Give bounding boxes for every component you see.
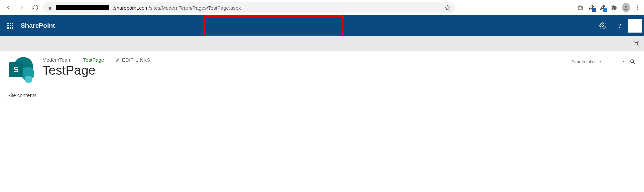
annotation-highlight-box bbox=[204, 15, 343, 36]
svg-rect-5 bbox=[10, 23, 11, 24]
site-logo[interactable]: S bbox=[7, 57, 34, 81]
back-button[interactable] bbox=[3, 2, 14, 13]
search-input[interactable] bbox=[571, 59, 615, 64]
leftnav-item-site-contents[interactable]: Site contents bbox=[7, 92, 644, 98]
url-display: .sharepoint.com/sites/ModernTeam/Pages/T… bbox=[113, 5, 241, 11]
search-area bbox=[569, 57, 637, 66]
breadcrumb: ModernTeam TestPage EDIT LINKS bbox=[42, 57, 150, 63]
suite-bar: SharePoint bbox=[0, 15, 644, 36]
svg-rect-8 bbox=[10, 25, 11, 26]
browser-toolbar: .sharepoint.com/sites/ModernTeam/Pages/T… bbox=[0, 0, 644, 15]
search-box[interactable] bbox=[569, 57, 628, 66]
svg-rect-7 bbox=[7, 25, 9, 26]
app-launcher-icon[interactable] bbox=[0, 23, 21, 29]
extensions-puzzle-icon[interactable] bbox=[610, 4, 619, 12]
svg-point-13 bbox=[602, 25, 604, 27]
camera-extension-icon[interactable] bbox=[576, 4, 584, 12]
page-title: TestPage bbox=[42, 63, 150, 78]
search-scope-chevron-icon[interactable] bbox=[622, 60, 626, 64]
svg-rect-9 bbox=[12, 25, 13, 26]
settings-gear-icon[interactable] bbox=[594, 15, 611, 36]
lock-icon bbox=[48, 5, 52, 10]
suite-right bbox=[594, 15, 644, 36]
breadcrumb-site[interactable]: ModernTeam bbox=[42, 57, 72, 63]
eyedropper-extension-icon-2[interactable] bbox=[599, 4, 607, 12]
edit-links-label: EDIT LINKS bbox=[122, 57, 150, 63]
svg-point-3 bbox=[637, 9, 638, 10]
svg-rect-6 bbox=[12, 23, 13, 24]
command-strip bbox=[0, 36, 644, 51]
forward-button[interactable] bbox=[16, 2, 28, 13]
site-logo-letter: S bbox=[9, 62, 23, 77]
suite-profile-button[interactable] bbox=[628, 19, 642, 33]
svg-rect-11 bbox=[10, 27, 11, 29]
svg-rect-12 bbox=[12, 27, 13, 29]
eyedropper-extension-icon-1[interactable] bbox=[588, 4, 596, 12]
suite-brand[interactable]: SharePoint bbox=[21, 22, 55, 29]
pencil-icon bbox=[115, 58, 120, 62]
profile-avatar-icon[interactable] bbox=[622, 4, 630, 12]
svg-rect-10 bbox=[7, 27, 9, 29]
svg-rect-15 bbox=[635, 42, 637, 45]
address-bar[interactable]: .sharepoint.com/sites/ModernTeam/Pages/T… bbox=[43, 2, 455, 13]
left-navigation: Site contents bbox=[0, 83, 644, 98]
breadcrumb-page[interactable]: TestPage bbox=[83, 57, 104, 63]
svg-point-2 bbox=[637, 7, 638, 8]
svg-rect-4 bbox=[7, 23, 9, 24]
chrome-menu-icon[interactable] bbox=[633, 4, 641, 12]
help-icon[interactable] bbox=[611, 15, 628, 36]
browser-right-icons bbox=[576, 4, 641, 12]
edit-links-button[interactable]: EDIT LINKS bbox=[115, 57, 150, 63]
redacted-domain bbox=[56, 5, 109, 10]
focus-mode-icon[interactable] bbox=[633, 40, 640, 47]
svg-point-0 bbox=[625, 6, 627, 8]
reload-button[interactable] bbox=[30, 2, 41, 13]
bookmark-star-icon[interactable] bbox=[445, 5, 451, 11]
svg-point-14 bbox=[619, 27, 620, 28]
search-submit-button[interactable] bbox=[628, 57, 637, 66]
svg-point-1 bbox=[637, 5, 638, 6]
page-header: S ModernTeam TestPage EDIT LINKS TestPag… bbox=[0, 51, 644, 83]
svg-point-16 bbox=[631, 60, 634, 63]
